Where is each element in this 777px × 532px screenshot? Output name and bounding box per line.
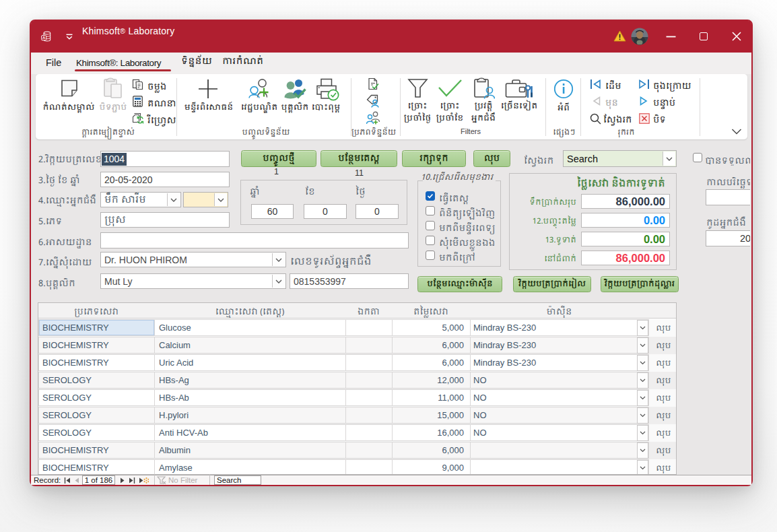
svg-text:A: A bbox=[42, 36, 46, 40]
